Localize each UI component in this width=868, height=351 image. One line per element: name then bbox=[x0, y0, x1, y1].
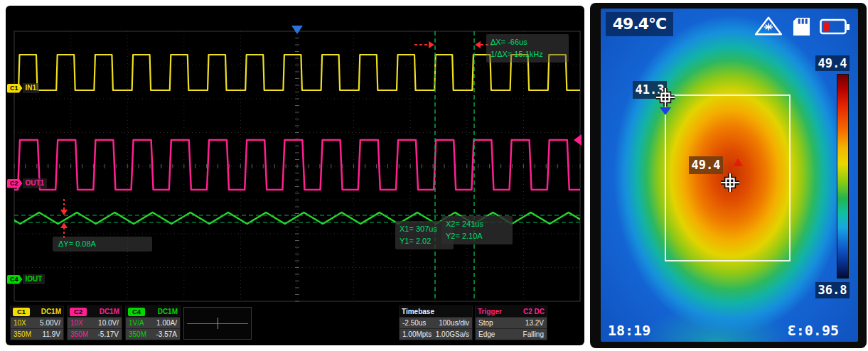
cold-spot-arrow-icon bbox=[660, 107, 671, 115]
timebase-title: Timebase bbox=[402, 308, 434, 315]
c1-probe: 10X bbox=[14, 319, 26, 327]
channel-tag-c1[interactable]: C1 IN1 bbox=[7, 83, 39, 93]
delta-y-readout: ΔY= 0.08A bbox=[53, 237, 152, 252]
trigger-slope: Falling bbox=[523, 330, 544, 338]
delta-x-indicator bbox=[414, 41, 496, 48]
status-icon-row bbox=[754, 16, 850, 37]
oscilloscope-panel: C1 IN1 C2 OUT1 C4 IOUT ΔX= -66us 1/ΔX= 1… bbox=[6, 6, 584, 345]
trigger-position-widget[interactable] bbox=[183, 307, 252, 340]
delta-x-readout: ΔX= -66us 1/ΔX= 15.1kHz bbox=[486, 34, 569, 63]
scale-min-label: 36.8 bbox=[815, 282, 850, 298]
waveform-c2 bbox=[13, 140, 584, 190]
y2-value: Y2= 2.10A bbox=[446, 230, 508, 242]
c1-scale: 5.00V/ bbox=[40, 319, 60, 327]
clock-readout: 18:19 bbox=[608, 322, 650, 339]
c1-bandwidth: 350M bbox=[14, 330, 31, 338]
dx-value: ΔX= -66us bbox=[491, 36, 564, 48]
battery-low-icon bbox=[820, 18, 850, 35]
sd-card-icon bbox=[793, 17, 810, 36]
c2-probe: 10X bbox=[70, 319, 83, 327]
channel-info-c2[interactable]: C2 DC1M 10X10.0V/ 350M-5.17V bbox=[67, 306, 122, 340]
c4-scale: 1.00A/ bbox=[156, 319, 177, 327]
c2-bandwidth: 350M bbox=[70, 330, 88, 338]
timebase-info[interactable]: Timebase -2.50us100us/div 1.00Mpts1.00GS… bbox=[399, 306, 473, 340]
thermal-image: 49.4°C bbox=[601, 9, 858, 342]
trigger-source: C2 DC bbox=[523, 308, 545, 315]
graticule bbox=[14, 31, 580, 301]
temperature-scale-bar bbox=[837, 74, 849, 279]
trigger-title: Trigger bbox=[478, 308, 502, 315]
main-temperature-readout: 49.4°C bbox=[606, 12, 673, 36]
screenshot-stage: C1 IN1 C2 OUT1 C4 IOUT ΔX= -66us 1/ΔX= 1… bbox=[0, 0, 868, 351]
channel-info-c4[interactable]: C4 DC1M 1V/A1.00A/ 350M-3.57A bbox=[125, 306, 181, 340]
position-marker bbox=[218, 318, 218, 329]
c1-offset: 11.9V bbox=[43, 330, 60, 338]
c4-probe: 1V/A bbox=[129, 319, 144, 327]
c4-offset: -3.57A bbox=[156, 330, 177, 338]
c1-badge: C1 bbox=[7, 84, 23, 93]
trigger-level-marker[interactable] bbox=[574, 134, 582, 146]
c2-badge: C2 bbox=[7, 179, 23, 188]
c1-label: IN1 bbox=[23, 83, 40, 93]
c1-coupling: DC1M bbox=[41, 308, 61, 315]
channel-info-c1[interactable]: C1 DC1M 10X5.00V/ 350M11.9V bbox=[10, 306, 64, 340]
c4-coupling: DC1M bbox=[158, 308, 178, 315]
c4-bandwidth: 350M bbox=[129, 330, 146, 338]
c4-info-badge: C4 bbox=[128, 308, 145, 316]
trigger-mode: Stop bbox=[478, 319, 493, 327]
emissivity-readout: Ɛ:0.95 bbox=[788, 322, 839, 339]
timebase-scale: 100us/div bbox=[439, 319, 469, 327]
dy-value: ΔY= 0.08A bbox=[58, 239, 96, 248]
laser-warning-icon bbox=[754, 16, 783, 37]
timebase-memory: 1.00Mpts bbox=[402, 330, 432, 338]
c2-scale: 10.0V/ bbox=[98, 319, 119, 327]
trigger-level: 13.2V bbox=[525, 319, 544, 327]
trigger-position-marker[interactable] bbox=[291, 26, 303, 34]
channel-tag-c2[interactable]: C2 OUT1 bbox=[7, 178, 47, 188]
c2-coupling: DC1M bbox=[100, 308, 119, 315]
channel-tag-c4[interactable]: C4 IOUT bbox=[7, 274, 45, 284]
hot-spot-arrow-icon bbox=[733, 158, 743, 166]
cursor-x2y2-readout: X2= 241us Y2= 2.10A bbox=[441, 216, 513, 244]
scale-max-label: 49.4 bbox=[815, 55, 850, 71]
c4-badge: C4 bbox=[7, 275, 23, 284]
c4-label: IOUT bbox=[23, 274, 45, 284]
timebase-samplerate: 1.00GSa/s bbox=[436, 330, 469, 338]
x2-value: X2= 241us bbox=[446, 218, 508, 230]
trigger-type: Edge bbox=[478, 330, 495, 338]
inv-dx-value: 1/ΔX= 15.1kHz bbox=[491, 48, 564, 60]
waveforms bbox=[6, 55, 584, 224]
thermal-camera-panel: 49.4°C bbox=[590, 3, 867, 348]
c2-label: OUT1 bbox=[23, 178, 48, 188]
timebase-delay: -2.50us bbox=[402, 319, 426, 327]
c2-info-badge: C2 bbox=[70, 308, 87, 316]
hot-spot-crosshair-icon bbox=[718, 171, 742, 195]
c1-info-badge: C1 bbox=[13, 308, 30, 316]
c2-offset: -5.17V bbox=[98, 330, 119, 338]
cold-spot-crosshair-icon bbox=[653, 85, 677, 109]
trigger-info[interactable]: TriggerC2 DC Stop13.2V EdgeFalling bbox=[475, 306, 547, 340]
